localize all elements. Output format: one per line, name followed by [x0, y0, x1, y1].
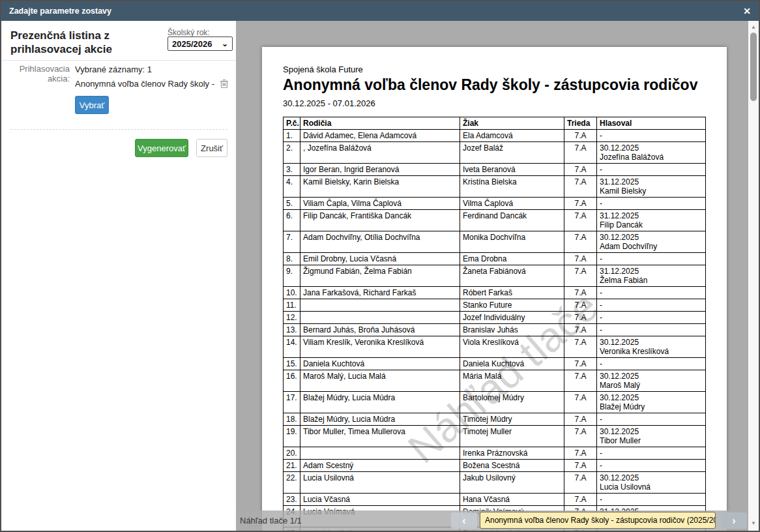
table-cell: Viliam Čapla, Vilma Čaplová [300, 198, 460, 210]
table-cell: Viliam Kreslík, Veronika Kreslíková [300, 336, 460, 358]
table-cell: 3. [284, 164, 300, 176]
document-date-range: 30.12.2025 - 07.01.2026 [283, 98, 706, 108]
table-cell: 7.A [564, 164, 597, 176]
scroll-up-icon[interactable]: ▲ [748, 24, 759, 30]
table-cell: 7.A [564, 447, 597, 460]
scroll-down-icon[interactable]: ▼ [748, 520, 759, 526]
table-cell: Tibor Muller, Timea Mullerova [300, 426, 460, 447]
table-row: 6.Filip Dancák, Františka DancákFerdinan… [284, 210, 706, 231]
choose-button[interactable]: Vybrať [75, 96, 109, 114]
table-row: 9.Žigmund Fabián, Želma FabiánŽaneta Fab… [284, 265, 706, 287]
school-year-select[interactable]: 2025/2026 ⌄ [168, 37, 233, 51]
vertical-scrollbar[interactable]: ▲ ▼ [748, 21, 759, 531]
column-header: Žiak [460, 117, 564, 130]
report-select-dropdown[interactable]: Anonymná voľba členov Rady školy - zástu… [480, 512, 716, 529]
chevron-right-icon: › [732, 515, 735, 527]
table-cell [300, 312, 460, 324]
table-cell: 9. [284, 265, 300, 287]
table-cell: 30.12.2025 Adam Dochvíľny [597, 231, 706, 253]
table-cell: - [597, 198, 706, 210]
table-cell: Viola Kreslíková [460, 336, 564, 358]
table-cell: Maroš Malý, Lucia Malá [300, 370, 460, 392]
print-preview-area: Náhľad tlače Spojená škola Future Anonym… [236, 21, 759, 531]
next-page-button[interactable]: › [721, 512, 747, 529]
table-cell: 18. [284, 413, 300, 426]
table-row: 8.Emil Drobny, Lucia VčasnáEma Drobna7.A… [284, 253, 706, 265]
table-cell: 7.A [564, 210, 597, 231]
table-cell: 7.A [564, 287, 597, 299]
table-row: 12.Jozef Individuálny7.A- [284, 312, 706, 324]
school-name: Spojená škola Future [283, 65, 706, 74]
table-cell: 19. [284, 426, 300, 447]
document-content: Spojená škola Future Anonymná voľba člen… [262, 47, 727, 531]
table-cell: Mária Malá [460, 370, 564, 392]
table-cell: 22. [284, 472, 300, 494]
table-cell: 2. [284, 142, 300, 164]
table-cell: - [597, 253, 706, 265]
column-header: Rodičia [300, 117, 460, 130]
table-cell: - [597, 494, 706, 506]
table-cell: - [597, 164, 706, 176]
table-cell: - [597, 460, 706, 472]
table-row: 11.Stanko Future7.A- [284, 299, 706, 312]
table-cell: 8. [284, 253, 300, 265]
generate-button[interactable]: Vygenerovať [135, 139, 188, 157]
table-cell: 13. [284, 324, 300, 336]
table-cell: 17. [284, 392, 300, 413]
table-cell: - [597, 299, 706, 312]
table-cell: 14. [284, 336, 300, 358]
table-cell: Stanko Future [460, 299, 564, 312]
table-cell: 7.A [564, 460, 597, 472]
table-cell: Ema Drobna [460, 253, 564, 265]
table-cell: 30.12.2025 Blažej Múdry [597, 392, 706, 413]
table-cell: - [597, 358, 706, 370]
table-cell: Jozef Individuálny [460, 312, 564, 324]
table-cell: 5. [284, 198, 300, 210]
table-cell: Žigmund Fabián, Želma Fabián [300, 265, 460, 287]
table-row: 15.Daniela KuchtováDaniela Kuchtová7.A- [284, 358, 706, 370]
table-cell: - [597, 413, 706, 426]
table-cell: 1. [284, 130, 300, 142]
dialog-titlebar: Zadajte parametre zostavy ✕ [1, 1, 759, 21]
table-cell: Filip Dancák, Františka Dancák [300, 210, 460, 231]
preview-footer-bar: Náhľad tlače 1/1 ‹ Anonymná voľba členov… [236, 510, 748, 531]
table-cell: Iveta Beranová [460, 164, 564, 176]
table-row: 23.Lucia VčasnáHana Včasná7.A- [284, 494, 706, 506]
table-row: 7.Adam Dochvíľny, Otília DochvíľnaMonika… [284, 231, 706, 253]
table-cell: 7.A [564, 231, 597, 253]
close-icon[interactable]: ✕ [743, 7, 751, 16]
table-row: 17.Blažej Múdry, Lucia MúdraBartolomej M… [284, 392, 706, 413]
selected-action-text: Anonymná voľba členov Rady školy - zást.… [75, 79, 214, 89]
cancel-button[interactable]: Zrušiť [196, 139, 227, 157]
table-cell: Ferdinand Dancák [460, 210, 564, 231]
report-select-value: Anonymná voľba členov Rady školy - zástu… [485, 516, 716, 525]
table-cell: Jakub Usilovný [460, 472, 564, 494]
column-header: Hlasoval [597, 117, 706, 130]
table-cell: 7. [284, 231, 300, 253]
report-name-heading: Prezenčná listina z prihlasovacej akcie [10, 29, 166, 57]
table-cell: 7.A [564, 426, 597, 447]
table-cell: Ela Adamcová [460, 130, 564, 142]
document-page: Náhľad tlače Spojená škola Future Anonym… [262, 47, 727, 531]
table-cell: Daniela Kuchtová [300, 358, 460, 370]
trash-icon[interactable] [220, 79, 229, 89]
table-cell: - [597, 130, 706, 142]
table-cell: Kristína Bielska [460, 176, 564, 198]
table-cell: Hana Včasná [460, 494, 564, 506]
scrollbar-thumb[interactable] [750, 33, 757, 101]
table-row: 1.Dávid Adamec, Elena AdamcováEla Adamco… [284, 130, 706, 142]
table-cell: Adam Dochvíľny, Otília Dochvíľna [300, 231, 460, 253]
previous-page-button[interactable]: ‹ [451, 512, 477, 529]
table-cell: 30.12.2025 Lucia Usilovná [597, 472, 706, 494]
selected-action-item: Anonymná voľba členov Rady školy - zást.… [75, 79, 229, 89]
table-cell: 4. [284, 176, 300, 198]
table-cell: 7.A [564, 370, 597, 392]
table-cell: Jozef Baláž [460, 142, 564, 164]
table-cell: 7.A [564, 299, 597, 312]
table-cell: 30.12.2025 Tibor Muller [597, 426, 706, 447]
table-cell: Bernard Juhás, Broňa Juhásová [300, 324, 460, 336]
table-cell: 15. [284, 358, 300, 370]
table-cell: 7.A [564, 130, 597, 142]
table-cell: 30.12.2025 Veronika Kreslíková [597, 336, 706, 358]
table-cell: 7.A [564, 198, 597, 210]
